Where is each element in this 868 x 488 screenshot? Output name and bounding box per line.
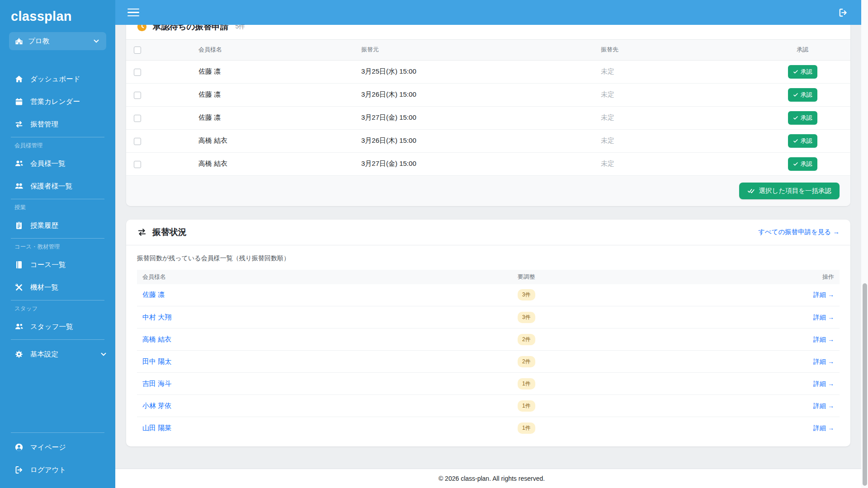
transfer-to: 未定 — [601, 83, 755, 106]
detail-link[interactable]: 詳細 → — [813, 380, 834, 387]
approve-button[interactable]: 承認 — [788, 88, 817, 102]
sidebar-item-dashboard[interactable]: ダッシュボード — [0, 69, 115, 89]
pending-card-footer: 選択した項目を一括承認 — [126, 176, 850, 206]
row-checkbox[interactable] — [134, 161, 141, 168]
count-badge: 3件 — [518, 312, 535, 323]
sidebar-item-label: 会員様一覧 — [30, 159, 66, 169]
count-badge: 2件 — [518, 334, 535, 345]
sidebar-bottom: マイページ ログアウト — [0, 432, 115, 488]
detail-link[interactable]: 詳細 → — [813, 314, 834, 321]
divider — [11, 432, 104, 433]
status-row: 田中 陽太 2件 詳細 → — [137, 351, 840, 373]
sidebar-item-label: 基本設定 — [30, 350, 58, 359]
pending-row: 高橋 結衣 3月26日(木) 15:00 未定 承認 — [126, 129, 850, 152]
sidebar-item-staff[interactable]: スタッフ一覧 — [0, 317, 115, 337]
approve-button[interactable]: 承認 — [788, 134, 817, 148]
sidebar-item-transfer[interactable]: 振替管理 — [0, 114, 115, 134]
gear-icon — [14, 350, 24, 359]
user-circle-icon — [14, 443, 24, 452]
status-row: 山田 陽菜 1件 詳細 → — [137, 417, 840, 439]
col-action: 操作 — [779, 270, 840, 284]
sidebar-item-label: ダッシュボード — [30, 75, 80, 84]
approve-button[interactable]: 承認 — [788, 65, 817, 79]
col-member: 会員様名 — [137, 270, 512, 284]
detail-link[interactable]: 詳細 → — [813, 424, 834, 432]
sidebar-item-label: マイページ — [30, 443, 66, 452]
approve-button[interactable]: 承認 — [788, 157, 817, 171]
org-selector[interactable]: プロ教 — [9, 32, 106, 50]
sidebar-item-members[interactable]: 会員様一覧 — [0, 154, 115, 174]
divider — [11, 137, 104, 137]
detail-link[interactable]: 詳細 → — [813, 336, 834, 343]
main-content: 承認待ちの振替申請 5件 会員様名 振替元 振替先 承認 — [115, 0, 868, 469]
divider — [11, 199, 104, 199]
row-checkbox[interactable] — [134, 138, 141, 145]
sidebar-item-guardians[interactable]: 保護者様一覧 — [0, 176, 115, 196]
scrollbar-thumb[interactable] — [863, 283, 867, 486]
member-link[interactable]: 吉田 海斗 — [142, 380, 171, 387]
org-name: プロ教 — [28, 37, 49, 46]
view-all-transfers-link[interactable]: すべての振替申請を見る → — [758, 228, 840, 236]
member-link[interactable]: 山田 陽菜 — [142, 424, 171, 432]
divider — [11, 300, 104, 300]
approve-button[interactable]: 承認 — [788, 111, 817, 125]
sidebar-item-settings[interactable]: 基本設定 — [0, 344, 115, 364]
top-header — [115, 0, 868, 25]
row-checkbox[interactable] — [134, 115, 141, 122]
app-logo[interactable]: classplan — [0, 0, 115, 29]
select-all-checkbox[interactable] — [134, 47, 141, 54]
sidebar-item-label: 授業履歴 — [30, 221, 58, 230]
header-logout-icon[interactable] — [838, 8, 848, 18]
calendar-icon — [14, 97, 24, 106]
detail-link[interactable]: 詳細 → — [813, 358, 834, 365]
col-from: 振替元 — [361, 40, 601, 60]
count-badge: 1件 — [518, 400, 535, 412]
page-footer: © 2026 class-plan. All rights reserved. — [115, 469, 868, 488]
count-badge: 1件 — [518, 378, 535, 389]
row-checkbox[interactable] — [134, 69, 141, 76]
section-label-courses: コース・教材管理 — [0, 243, 115, 250]
sidebar-item-lesson-history[interactable]: 授業履歴 — [0, 216, 115, 235]
transfer-to: 未定 — [601, 152, 755, 175]
copyright-text: © 2026 class-plan. All rights reserved. — [439, 475, 545, 482]
sidebar-item-equipment[interactable]: 機材一覧 — [0, 277, 115, 297]
member-name: 高橋 結衣 — [198, 129, 361, 152]
member-link[interactable]: 田中 陽太 — [142, 357, 171, 365]
check-icon — [793, 161, 798, 167]
transfer-status-card: 振替状況 すべての振替申請を見る → 振替回数が残っている会員様一覧（残り振替回… — [126, 220, 850, 446]
check-icon — [793, 69, 798, 75]
sidebar-item-logout[interactable]: ログアウト — [0, 460, 115, 480]
transfer-icon — [14, 120, 24, 129]
detail-link[interactable]: 詳細 → — [813, 402, 834, 409]
transfer-from: 3月26日(木) 15:00 — [361, 83, 601, 106]
pending-table: 会員様名 振替元 振替先 承認 佐藤 凛 3月25日(水) 15:00 未定 — [126, 40, 850, 176]
transfer-from: 3月25日(水) 15:00 — [361, 60, 601, 83]
status-card-subtitle: 振替回数が残っている会員様一覧（残り振替回数順） — [137, 254, 840, 263]
status-card-title: 振替状況 — [152, 226, 187, 238]
staff-icon — [14, 322, 24, 331]
status-row: 高橋 結衣 2件 詳細 → — [137, 328, 840, 351]
member-link[interactable]: 小林 芽依 — [142, 402, 171, 409]
member-link[interactable]: 佐藤 凛 — [142, 291, 165, 298]
home-icon — [14, 75, 24, 84]
transfer-icon — [137, 227, 147, 237]
sidebar-item-calendar[interactable]: 営業カレンダー — [0, 92, 115, 112]
school-icon — [14, 37, 24, 46]
sidebar-item-courses[interactable]: コース一覧 — [0, 255, 115, 275]
hamburger-menu-icon[interactable] — [127, 9, 139, 17]
member-link[interactable]: 高橋 結衣 — [142, 335, 171, 343]
col-pending: 要調整 — [512, 270, 779, 284]
count-badge: 2件 — [518, 356, 535, 367]
status-row: 佐藤 凛 3件 詳細 → — [137, 284, 840, 306]
check-icon — [793, 115, 798, 121]
member-link[interactable]: 中村 大翔 — [142, 313, 171, 321]
detail-link[interactable]: 詳細 → — [813, 291, 834, 298]
sidebar-item-mypage[interactable]: マイページ — [0, 437, 115, 457]
pending-row: 佐藤 凛 3月26日(木) 15:00 未定 承認 — [126, 83, 850, 106]
member-name: 佐藤 凛 — [198, 60, 361, 83]
transfer-from: 3月26日(木) 15:00 — [361, 129, 601, 152]
bulk-approve-button[interactable]: 選択した項目を一括承認 — [739, 183, 840, 199]
logout-icon — [14, 465, 24, 474]
status-row: 小林 芽依 1件 詳細 → — [137, 395, 840, 417]
row-checkbox[interactable] — [134, 92, 141, 99]
